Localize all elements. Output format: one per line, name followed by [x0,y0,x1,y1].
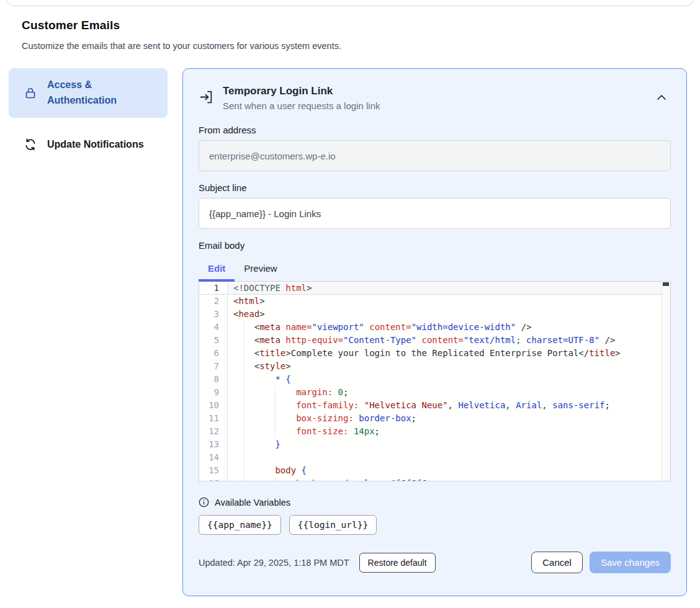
tab-preview[interactable]: Preview [235,258,286,281]
code-line[interactable]: 14 [199,451,662,464]
chevron-up-icon [656,94,667,103]
restore-default-button[interactable]: Restore default [359,553,436,573]
indent-guide [244,334,245,347]
save-changes-button[interactable]: Save changes [590,552,671,573]
indent-guide [244,373,245,386]
sync-icon [24,138,37,151]
line-number: 10 [199,399,228,412]
code-line[interactable]: 6 <title>Complete your login to the Repl… [199,347,662,360]
tab-edit[interactable]: Edit [199,258,235,281]
indent-guide [244,451,245,464]
subject-line-input[interactable] [199,198,671,229]
code-editor[interactable]: 1<!DOCTYPE html>2<html>3<head>4 <meta na… [199,281,671,481]
sidebar-item-update-notifications[interactable]: Update Notifications [9,128,168,162]
sidebar-item-label: Access & Authentication [47,78,160,109]
indent-guide [244,321,245,334]
line-number: 15 [199,464,228,477]
indent-guide [275,425,276,438]
code-line[interactable]: 9 margin: 0; [199,386,662,399]
indent-guide [244,360,245,373]
editor-scrollbar[interactable] [662,282,670,481]
from-address-label: From address [199,125,671,135]
card-title: Temporary Login Link [223,85,380,97]
line-number: 11 [199,412,228,425]
indent-guide [244,399,245,412]
indent-guide [244,412,245,425]
line-number: 2 [199,295,228,308]
indent-guide [244,464,245,477]
updated-timestamp: Updated: Apr 29, 2025, 1:18 PM MDT [199,558,349,568]
collapse-button[interactable] [652,90,671,107]
email-types-sidebar: Access & Authentication Update Notificat… [9,68,168,161]
page-title: Customer Emails [22,19,120,32]
cancel-button[interactable]: Cancel [531,552,583,573]
page-description: Customize the emails that are sent to yo… [22,41,341,51]
lock-icon [24,86,37,100]
card-subtitle: Sent when a user requests a login link [223,101,380,111]
code-line[interactable]: 3<head> [199,308,662,321]
code-line[interactable]: 13 } [199,438,662,451]
line-number: 6 [199,347,228,360]
editor-scrollbar-thumb[interactable] [663,282,669,286]
code-line[interactable]: 10 font-family: "Helvetica Neue", Helvet… [199,399,662,412]
indent-guide [244,425,245,438]
indent-guide [275,399,276,412]
code-editor-lines: 1<!DOCTYPE html>2<html>3<head>4 <meta na… [199,282,662,481]
line-number: 7 [199,360,228,373]
variable-chip-app-name[interactable]: {{app_name}} [199,515,281,535]
line-number: 1 [199,282,228,294]
line-number: 16 [199,477,228,481]
indent-guide [244,347,245,360]
variable-chip-login-url[interactable]: {{login_url}} [289,515,377,535]
code-line[interactable]: 16 background-color: #f6f6f6; [199,477,662,481]
code-line[interactable]: 11 box-sizing: border-box; [199,412,662,425]
code-line[interactable]: 2<html> [199,295,662,308]
previous-card-bottom-edge [6,0,694,6]
line-number: 14 [199,451,228,464]
line-number: 13 [199,438,228,451]
indent-guide [275,386,276,399]
info-icon [199,497,209,507]
code-line[interactable]: 1<!DOCTYPE html> [199,282,662,295]
indent-guide [275,412,276,425]
line-number: 9 [199,386,228,399]
indent-guide [244,438,245,451]
variable-chips: {{app_name}} {{login_url}} [199,515,671,535]
indent-guide [275,477,276,481]
indent-guide [244,477,245,481]
line-number: 5 [199,334,228,347]
sidebar-item-access-authentication[interactable]: Access & Authentication [9,68,168,118]
email-body-label: Email body [199,240,671,251]
sidebar-item-label: Update Notifications [47,137,144,153]
available-variables-label: Available Variables [215,498,290,507]
line-number: 4 [199,321,228,334]
code-line[interactable]: 15 body { [199,464,662,477]
email-body-tabs: Edit Preview [199,258,671,281]
card-header: Temporary Login Link Sent when a user re… [199,85,671,111]
code-line[interactable]: 5 <meta http-equiv="Content-Type" conten… [199,334,662,347]
login-arrow-icon [199,89,214,105]
code-line[interactable]: 4 <meta name="viewport" content="width=d… [199,321,662,334]
line-number: 12 [199,425,228,438]
line-number: 3 [199,308,228,321]
card-footer: Updated: Apr 29, 2025, 1:18 PM MDT Resto… [199,552,671,573]
temporary-login-link-card: Temporary Login Link Sent when a user re… [182,68,687,596]
from-address-input[interactable] [199,140,671,171]
code-line[interactable]: 8 * { [199,373,662,386]
line-number: 8 [199,373,228,386]
code-line[interactable]: 12 font-size: 14px; [199,425,662,438]
indent-guide [244,386,245,399]
code-line[interactable]: 7 <style> [199,360,662,373]
subject-line-label: Subject line [199,182,671,193]
